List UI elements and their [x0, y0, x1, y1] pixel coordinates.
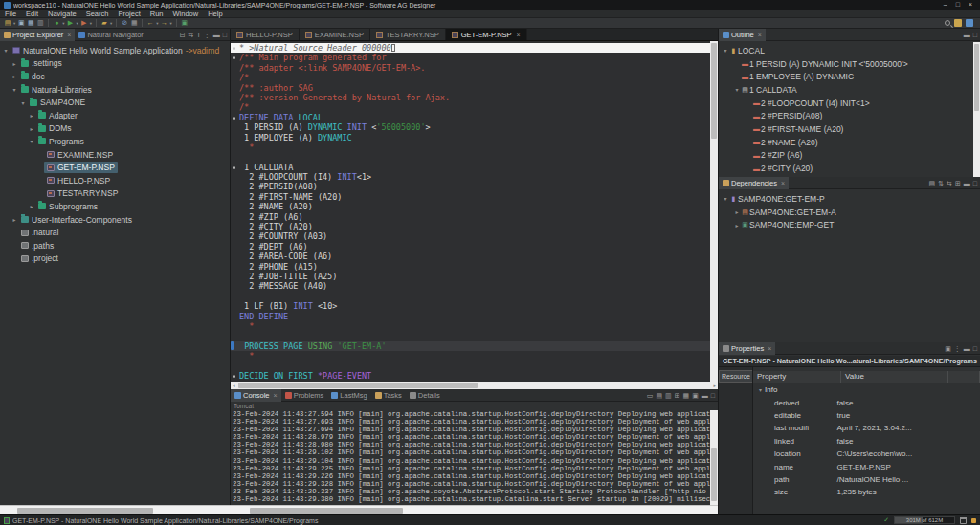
tree-item-naturalone-hello-world-sample-application[interactable]: ▾NaturalONE Hello World Sample Applicati… — [0, 44, 230, 57]
display-selected-button[interactable]: ▦ — [683, 389, 690, 402]
tree-arrow[interactable]: ▸ — [11, 60, 18, 67]
tab-dependencies[interactable]: Dependencies × — [719, 177, 789, 189]
caller-graph-button[interactable]: ⇅ — [938, 177, 944, 189]
tree-item-ddms[interactable]: ▸DDMs — [0, 122, 230, 136]
refresh-button[interactable]: ⊞ — [955, 177, 961, 189]
outline-scrollbar[interactable] — [973, 42, 980, 177]
natural-tools-button[interactable]: ▣ — [180, 18, 189, 28]
minimize-button[interactable]: ▬ — [964, 342, 970, 355]
console-tab-details[interactable]: Details — [406, 389, 444, 402]
forward-button[interactable]: → — [160, 18, 169, 28]
console-tab-tasks[interactable]: Tasks — [371, 389, 406, 402]
menu-project[interactable]: Project — [113, 10, 145, 18]
outline-item-local[interactable]: ▾▮LOCAL — [719, 44, 973, 57]
tree-item-samp4one[interactable]: ▾SAMP4ONE — [0, 96, 230, 109]
view-menu-button[interactable]: ⋮ — [954, 342, 961, 355]
run-button-dropdown[interactable]: ▾ — [77, 21, 78, 26]
open-console-button[interactable]: ▣ — [692, 389, 699, 402]
window-close-button[interactable]: × — [969, 0, 972, 10]
pin-console-button[interactable]: ⊞ — [675, 389, 680, 402]
tree-item-examine-nsp[interactable]: EXAMINE.NSP — [0, 148, 230, 162]
tree-item-adapter[interactable]: ▸Adapter — [0, 109, 230, 122]
print-button[interactable]: ▥ — [35, 18, 45, 28]
window-minimize-button[interactable]: – — [944, 0, 947, 10]
pin-button[interactable]: ▣ — [945, 342, 951, 355]
console-scroll-thumb[interactable] — [711, 448, 717, 501]
window-maximize-button[interactable]: □ — [956, 0, 960, 10]
dependency-item-samp4one-get-em-p[interactable]: ▾▮SAMP4ONE:GET-EM-P — [719, 192, 973, 206]
perspective-natural-icon[interactable] — [954, 19, 962, 27]
tree-item-programs[interactable]: ▾Programs — [0, 135, 230, 148]
scroll-lock-button[interactable]: ▤ — [656, 389, 662, 402]
tree-arrow[interactable]: ▾ — [722, 195, 729, 202]
tree-arrow[interactable]: ▾ — [2, 47, 10, 54]
property-row-derived[interactable]: derivedfalse — [753, 396, 980, 408]
tree-arrow[interactable]: ▸ — [28, 203, 35, 209]
outline-item-2-city-a20[interactable]: ▬2 #CITY (A20) — [719, 162, 973, 175]
tree-arrow[interactable]: ▸ — [28, 112, 35, 119]
mark-occurrences-button[interactable]: ▦ — [129, 18, 139, 28]
tree-item-get-em-p-nsp[interactable]: GET-EM-P.NSP — [0, 161, 230, 174]
tree-item-paths[interactable]: .paths — [0, 239, 230, 252]
menu-run[interactable]: Run — [145, 10, 168, 18]
minimize-button[interactable]: ▬ — [702, 389, 708, 402]
console-hscroll-thumb[interactable] — [250, 508, 403, 514]
expander-icon[interactable]: ▾ — [759, 387, 762, 393]
back-button-dropdown[interactable]: ▾ — [156, 21, 158, 26]
tree-item-testarry-nsp[interactable]: TESTARRY.NSP — [0, 187, 230, 201]
console-horizontal-scrollbar[interactable] — [231, 505, 718, 514]
tree-arrow[interactable]: ▾ — [11, 86, 18, 93]
new-natural-object-button[interactable]: ▰ — [100, 18, 109, 28]
editor-tab-examine-nsp[interactable]: EXAMINE.NSP — [300, 29, 370, 40]
column-value[interactable]: Value — [841, 371, 948, 383]
tree-item-user-interface-components[interactable]: ▸User-Interface-Components — [0, 213, 230, 227]
outline-item-2-first-name-a20[interactable]: ▬2 #FIRST-NAME (A20) — [719, 122, 973, 136]
skip-breakpoints-button[interactable]: ⊘ — [120, 18, 129, 28]
editor-vertical-scrollbar[interactable] — [710, 41, 718, 382]
outline-item-2-name-a20[interactable]: ▬2 #NAME (A20) — [719, 136, 973, 149]
outline-item-1-calldata[interactable]: ▾▤1 CALLDATA — [719, 83, 973, 97]
property-row-path[interactable]: path/NaturalONE Hello ... — [753, 473, 980, 486]
link-with-editor-button[interactable]: ⇆ — [189, 29, 194, 41]
editor-tab-get-em-p-nsp[interactable]: GET-EM-P.NSP× — [446, 29, 527, 40]
editor-horizontal-scrollbar[interactable]: ◂ ▸ — [231, 382, 718, 389]
tree-item-subprograms[interactable]: ▸Subprograms — [0, 200, 230, 213]
tab-outline[interactable]: Outline × — [719, 29, 766, 41]
word-wrap-button[interactable]: ▥ — [665, 389, 672, 402]
menu-edit[interactable]: Edit — [21, 10, 43, 18]
tree-arrow[interactable]: ▸ — [733, 222, 741, 229]
outline-item-1-employee-a-dynamic[interactable]: ▬1 EMPLOYEE (A) DYNAMIC — [719, 70, 973, 83]
menu-navigate[interactable]: Navigate — [43, 10, 81, 18]
menu-search[interactable]: Search — [81, 10, 114, 18]
menu-file[interactable]: File — [0, 10, 21, 18]
close-icon[interactable]: × — [758, 32, 762, 38]
console-tab-problems[interactable]: Problems — [281, 389, 328, 402]
property-row-editable[interactable]: editabletrue — [753, 409, 980, 422]
maximize-button[interactable]: □ — [973, 29, 977, 41]
new-button-dropdown[interactable]: ▾ — [13, 21, 15, 26]
explorer-tab-natural-navigator[interactable]: Natural Navigator — [75, 29, 146, 41]
tree-item-settings[interactable]: ▸.settings — [0, 57, 230, 71]
view-menu-button[interactable]: ⋮ — [204, 29, 211, 41]
console-tab-lastmsg[interactable]: LastMsg — [327, 389, 370, 402]
tree-item-doc[interactable]: ▸doc — [0, 70, 230, 83]
editor-tab-testarry-nsp[interactable]: TESTARRY.NSP — [370, 29, 446, 40]
menu-help[interactable]: Help — [203, 10, 227, 18]
explorer-horizontal-scrollbar[interactable] — [0, 505, 231, 514]
clear-console-button[interactable]: ▭ — [647, 389, 654, 402]
console-tab-console[interactable]: Console× — [231, 389, 281, 402]
close-icon[interactable]: × — [67, 32, 71, 38]
profile-button[interactable]: ▶ — [79, 18, 89, 28]
minimize-button[interactable]: ▬ — [964, 29, 970, 41]
property-row-size[interactable]: size1,235 bytes — [753, 486, 980, 498]
perspective-java-icon[interactable] — [966, 19, 973, 27]
notification-icon[interactable] — [971, 518, 976, 523]
tree-item-natural[interactable]: .natural — [0, 226, 230, 239]
tree-arrow[interactable]: ▸ — [11, 73, 18, 79]
maximize-button[interactable]: □ — [223, 29, 227, 41]
property-row-linked[interactable]: linkedfalse — [753, 435, 980, 448]
save-all-button[interactable]: ▦ — [26, 18, 35, 28]
column-property[interactable]: Property — [753, 371, 841, 383]
dependency-item-samp4one-emp-get[interactable]: ▸▣SAMP4ONE:EMP-GET — [719, 218, 973, 231]
tab-resource[interactable]: Resource — [719, 370, 752, 383]
